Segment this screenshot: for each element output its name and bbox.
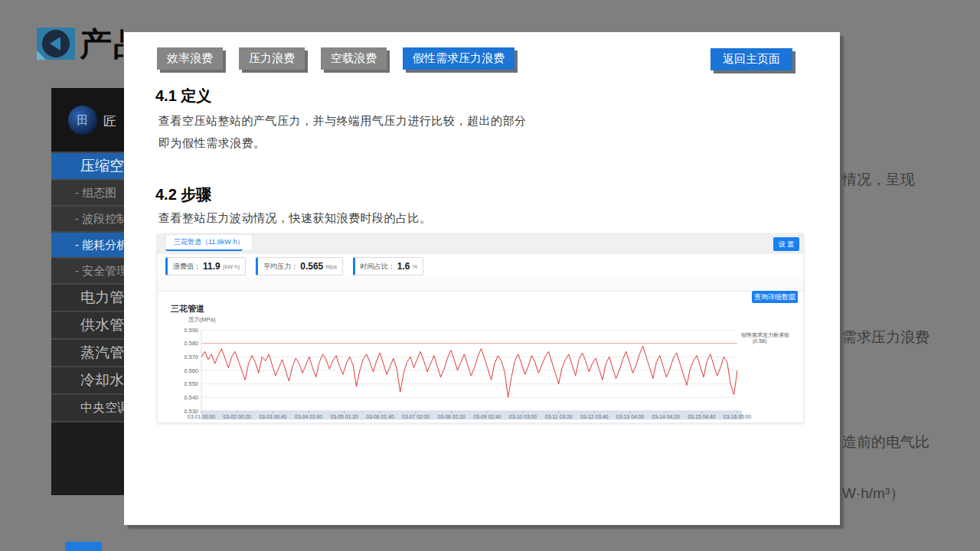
sidebar-filler: [51, 421, 124, 495]
x-tick-label: 03-03 00:40: [259, 414, 287, 419]
slide-panel: 效率浪费压力浪费空载浪费假性需求压力浪费 返回主页面 4.1 定义 查看空压站整…: [124, 32, 840, 525]
x-tick-label: 03-13 04:00: [616, 414, 645, 419]
return-home-button[interactable]: 返回主页面: [710, 48, 792, 70]
y-axis-label: 压力(MPa): [188, 316, 216, 323]
section-heading-definition: 4.1 定义: [155, 86, 211, 106]
x-tick-label: 03-10 03:00: [509, 414, 537, 419]
background-peek-text: W·h/m³）: [842, 484, 904, 504]
slide-tab[interactable]: 假性需求压力浪费: [403, 47, 514, 70]
background-peek-text: 需求压力浪费: [842, 328, 929, 347]
slide-tab-row: 效率浪费压力浪费空载浪费假性需求压力浪费: [157, 47, 514, 70]
definition-line-1: 查看空压站整站的产气压力，并与终端用气压力进行比较，超出的部分: [158, 114, 527, 129]
sidebar-item[interactable]: 蒸汽管理: [51, 338, 124, 366]
x-tick-label: 03-15 04:40: [688, 414, 716, 419]
sidebar: 田 匠 压缩空气- 组态图- 波段控制- 能耗分析- 安全管理电力管理供水管理蒸…: [51, 88, 124, 495]
taskbar-blue-strip: [65, 542, 102, 551]
background-peek-text: 情况，呈现: [842, 170, 915, 190]
y-tick-label: 0.580: [184, 340, 198, 347]
x-tick-label: 03-14 04:20: [652, 414, 681, 419]
page-title: 产品: [80, 23, 123, 63]
y-tick-label: 0.560: [184, 367, 198, 374]
back-arrow-icon: [42, 30, 70, 57]
screen: 产品 田 匠 压缩空气- 组态图- 波段控制- 能耗分析- 安全管理电力管理供水…: [0, 0, 980, 551]
x-tick-label: 03-11 03:20: [545, 414, 573, 419]
slide-tab[interactable]: 效率浪费: [157, 47, 223, 70]
background-peek-text: 造前的电气比: [842, 432, 929, 452]
x-tick-label: 03-01 00:00: [188, 414, 216, 419]
y-tick-label: 0.550: [184, 380, 198, 387]
x-tick-label: 03-04 01:00: [295, 414, 323, 419]
pressure-series-line: [201, 346, 737, 397]
x-tick-label: 03-02 00:20: [224, 414, 252, 419]
sidebar-item[interactable]: 冷却水管理: [51, 366, 124, 393]
sidebar-item[interactable]: - 组态图: [51, 179, 124, 205]
x-tick-label: 03-08 02:20: [438, 414, 466, 419]
sidebar-item[interactable]: 电力管理: [51, 283, 124, 311]
y-tick-label: 0.540: [184, 394, 198, 401]
threshold-label: 假性需求压力标准值: [741, 332, 789, 338]
pressure-line-chart: 压力(MPa)0.5900.5800.5700.5600.5500.5400.5…: [158, 234, 805, 424]
sidebar-item[interactable]: 供水管理: [51, 311, 124, 338]
section-heading-steps: 4.2 步骤: [155, 184, 211, 205]
slide-tab[interactable]: 空载浪费: [321, 47, 387, 70]
sidebar-header: 田 匠: [51, 88, 124, 152]
sidebar-item[interactable]: - 安全管理: [51, 257, 124, 283]
threshold-value: (0.58): [753, 338, 766, 344]
app-logo-label: 匠: [103, 112, 116, 130]
x-tick-label: 03-12 03:40: [580, 414, 609, 419]
slide-tab[interactable]: 压力浪费: [239, 47, 305, 70]
sidebar-item[interactable]: 中央空调管理: [51, 393, 124, 421]
sidebar-item[interactable]: - 波段控制: [51, 205, 124, 231]
y-tick-label: 0.570: [184, 354, 198, 360]
sidebar-item[interactable]: - 能耗分析: [51, 231, 124, 257]
steps-line-1: 查看整站压力波动情况，快速获知浪费时段的占比。: [158, 211, 432, 226]
app-logo-icon: 田: [68, 106, 97, 135]
x-tick-label: 03-05 01:20: [331, 414, 359, 419]
x-tick-label: 03-16 05:00: [724, 414, 752, 419]
sidebar-item[interactable]: 压缩空气: [51, 152, 124, 179]
y-tick-label: 0.590: [184, 327, 198, 334]
app-screenshot: ⚙ 假性需求压力浪费 设 置 浪费值：11.9(kW·h)平均压力：0.565M…: [157, 233, 804, 423]
x-tick-label: 03-06 01:40: [366, 414, 394, 419]
x-tick-label: 03-07 02:00: [402, 414, 430, 419]
x-tick-label: 03-09 02:40: [473, 414, 501, 419]
definition-line-2: 即为假性需求浪费。: [158, 136, 266, 151]
back-icon[interactable]: [37, 28, 75, 60]
